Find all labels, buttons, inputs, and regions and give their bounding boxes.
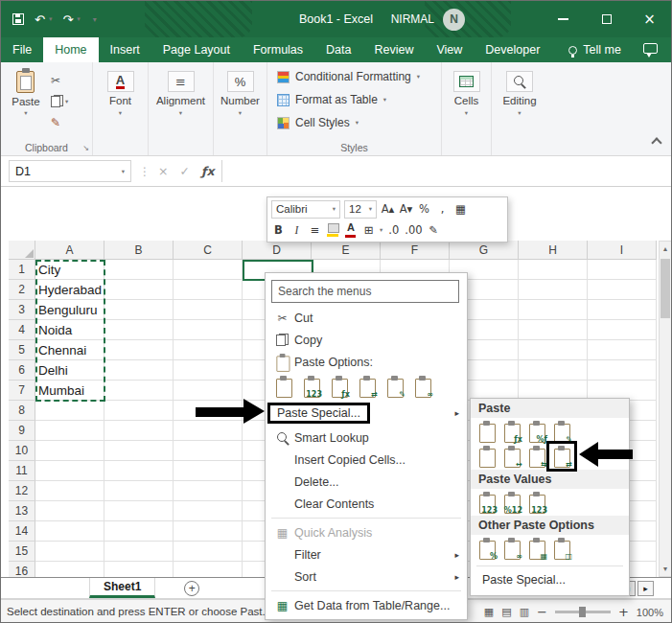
cell-A12[interactable] bbox=[35, 481, 104, 501]
row-header-4[interactable]: 4 bbox=[9, 320, 35, 340]
formatting-icon[interactable]: % bbox=[476, 538, 498, 559]
font-group-button[interactable]: A Font ▾ bbox=[93, 62, 148, 155]
transpose-icon[interactable]: ⇄ bbox=[357, 376, 378, 397]
enter-check-icon[interactable]: ✓ bbox=[179, 164, 189, 178]
cell-C8[interactable] bbox=[174, 401, 243, 421]
cell-C7[interactable] bbox=[174, 381, 243, 401]
cell-C11[interactable] bbox=[174, 461, 243, 481]
row-header-6[interactable]: 6 bbox=[9, 360, 35, 381]
cut-button[interactable]: ✂ bbox=[51, 73, 68, 87]
cell-H6[interactable] bbox=[519, 360, 588, 381]
tab-formulas[interactable]: Formulas bbox=[242, 37, 314, 62]
menu-search-input[interactable] bbox=[271, 280, 459, 303]
shrink-font-button[interactable]: A▾ bbox=[399, 200, 413, 218]
row-header-12[interactable]: 12 bbox=[9, 481, 35, 501]
paste-formulas-icon[interactable]: ƒx bbox=[329, 376, 350, 397]
redo-chevron-down-icon[interactable]: ▾ bbox=[77, 15, 81, 23]
bold-button[interactable]: B bbox=[271, 221, 286, 239]
editing-group-button[interactable]: Editing ▾ bbox=[492, 62, 547, 155]
row-header-1[interactable]: 1 bbox=[9, 260, 35, 280]
undo-chevron-down-icon[interactable]: ▾ bbox=[49, 15, 53, 23]
cell-C16[interactable] bbox=[174, 562, 243, 577]
select-all-corner[interactable] bbox=[9, 241, 35, 260]
tab-home[interactable]: Home bbox=[43, 37, 98, 62]
cell-C5[interactable] bbox=[174, 340, 243, 360]
number-group-button[interactable]: % Number ▾ bbox=[214, 62, 266, 155]
borders-button[interactable]: ⊞ bbox=[361, 221, 376, 239]
paste-formatting-icon[interactable]: ✎ bbox=[384, 376, 406, 397]
picture-icon[interactable]: ▦ bbox=[526, 538, 547, 559]
minimize-button[interactable] bbox=[542, 1, 585, 37]
cell-B11[interactable] bbox=[104, 461, 174, 481]
add-sheet-button[interactable]: + bbox=[184, 581, 199, 596]
values-source-formatting-icon[interactable]: 123 bbox=[526, 492, 547, 513]
cell-A5[interactable]: Chennai bbox=[35, 340, 104, 360]
menu-item-insert-copied-cells[interactable]: Insert Copied Cells... bbox=[266, 449, 467, 471]
row-header-9[interactable]: 9 bbox=[9, 421, 35, 441]
increase-decimal-button[interactable]: .00 bbox=[405, 221, 422, 239]
clipboard-dialog-launcher-icon[interactable]: ↘ bbox=[82, 145, 89, 152]
fill-color-button[interactable] bbox=[326, 222, 340, 238]
save-icon[interactable] bbox=[12, 13, 24, 25]
cell-H2[interactable] bbox=[519, 280, 588, 300]
mini-font-select[interactable]: Calibri▾ bbox=[271, 200, 340, 219]
undo-button[interactable]: ↶ bbox=[35, 12, 45, 27]
cell-B1[interactable] bbox=[104, 260, 174, 280]
column-header-I[interactable]: I bbox=[588, 241, 657, 260]
row-header-16[interactable]: 16 bbox=[9, 562, 35, 577]
cell-C2[interactable] bbox=[174, 280, 243, 300]
cell-B5[interactable] bbox=[104, 340, 174, 360]
row-header-15[interactable]: 15 bbox=[9, 542, 35, 562]
cell-A13[interactable] bbox=[35, 501, 104, 521]
cell-C14[interactable] bbox=[174, 521, 243, 542]
cell-styles-button[interactable]: Cell Styles ▾ bbox=[271, 111, 426, 134]
paste-values-icon[interactable]: 123 bbox=[301, 376, 322, 397]
cell-A6[interactable]: Delhi bbox=[35, 360, 104, 381]
menu-item-paste-special[interactable]: Paste Special... ▸ bbox=[266, 400, 467, 427]
column-header-E[interactable]: E bbox=[312, 241, 381, 260]
scroll-right-icon[interactable]: ▸ bbox=[637, 581, 654, 596]
customize-qat-icon[interactable]: ▾ bbox=[93, 15, 97, 24]
paste-button[interactable]: Paste ▾ bbox=[8, 68, 44, 117]
no-borders-icon[interactable] bbox=[476, 446, 498, 467]
cell-A15[interactable] bbox=[35, 542, 104, 562]
sheet-tab-sheet1[interactable]: Sheet1 bbox=[89, 578, 155, 598]
menu-item-copy[interactable]: Copy bbox=[266, 329, 467, 351]
format-as-table-button[interactable]: Format as Table ▾ bbox=[271, 88, 426, 111]
format-painter-button[interactable]: ✎ bbox=[427, 221, 441, 239]
zoom-out-icon[interactable]: − bbox=[537, 605, 547, 619]
cell-C15[interactable] bbox=[174, 542, 243, 562]
cell-B2[interactable] bbox=[104, 280, 174, 300]
scroll-down-icon[interactable]: ▾ bbox=[660, 562, 671, 576]
cell-B12[interactable] bbox=[104, 481, 174, 501]
row-header-8[interactable]: 8 bbox=[9, 401, 35, 421]
cell-A2[interactable]: Hyderabad bbox=[35, 280, 104, 300]
paste-link-icon[interactable]: ∞ bbox=[501, 538, 522, 559]
close-button[interactable]: × bbox=[628, 1, 671, 37]
tab-review[interactable]: Review bbox=[362, 37, 425, 62]
conditional-formatting-button[interactable]: Conditional Formatting ▾ bbox=[271, 65, 426, 88]
tab-view[interactable]: View bbox=[425, 37, 474, 62]
cell-C3[interactable] bbox=[174, 300, 243, 320]
row-header-3[interactable]: 3 bbox=[9, 300, 35, 320]
comment-icon[interactable] bbox=[643, 43, 658, 54]
merge-center-button[interactable]: ▦ bbox=[453, 200, 468, 218]
cell-H5[interactable] bbox=[519, 340, 588, 360]
row-header-13[interactable]: 13 bbox=[9, 501, 35, 521]
account-area[interactable]: NIRMAL N bbox=[391, 1, 465, 37]
column-header-F[interactable]: F bbox=[381, 241, 450, 260]
cell-A11[interactable] bbox=[35, 461, 104, 481]
zoom-in-icon[interactable]: + bbox=[618, 605, 629, 619]
tab-page-layout[interactable]: Page Layout bbox=[151, 37, 242, 62]
maximize-button[interactable] bbox=[585, 1, 628, 37]
row-header-10[interactable]: 10 bbox=[9, 441, 35, 461]
grow-font-button[interactable]: A▴ bbox=[381, 200, 395, 218]
comma-style-button[interactable]: , bbox=[435, 200, 450, 218]
tell-me[interactable]: Tell me bbox=[568, 37, 621, 62]
cell-B3[interactable] bbox=[104, 300, 174, 320]
column-header-B[interactable]: B bbox=[104, 241, 174, 260]
cell-C12[interactable] bbox=[174, 481, 243, 501]
page-break-view-icon[interactable]: ▥ bbox=[520, 606, 529, 618]
cell-I4[interactable] bbox=[588, 320, 657, 340]
cell-I5[interactable] bbox=[588, 340, 657, 360]
